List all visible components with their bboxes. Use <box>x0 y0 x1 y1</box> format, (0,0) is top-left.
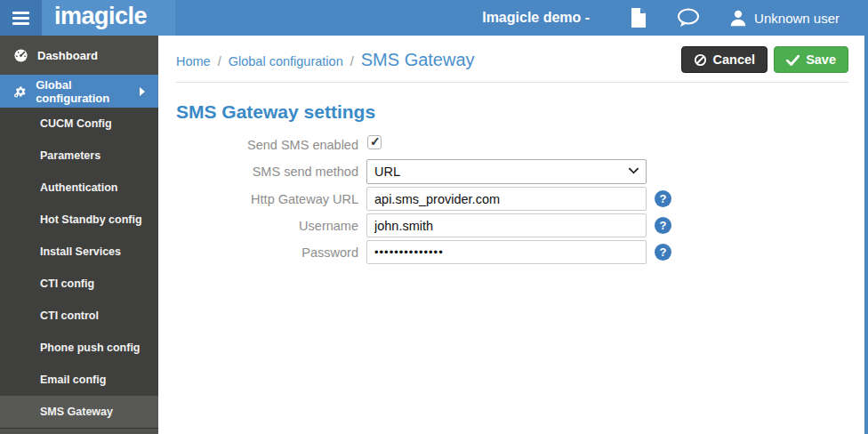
dashboard-icon <box>13 48 28 63</box>
sidebar-item-label: Parameters <box>40 149 100 162</box>
main-header: Home / Global configuration / SMS Gatewa… <box>176 36 848 76</box>
breadcrumb-separator: / <box>218 54 221 68</box>
sidebar: Dashboard Global configuration CUCM Conf… <box>0 36 158 434</box>
cancel-icon <box>694 53 707 67</box>
sidebar-next-item-edge <box>0 428 158 434</box>
save-button[interactable]: Save <box>774 46 848 73</box>
sidebar-item-label: Phone push config <box>40 342 141 354</box>
sidebar-item-label: SMS Gateway <box>40 406 113 418</box>
username-input[interactable] <box>366 213 647 237</box>
help-icon[interactable]: ? <box>655 244 671 261</box>
help-icon[interactable]: ? <box>655 217 671 234</box>
save-check-icon <box>786 54 800 66</box>
sidebar-item-label: Email config <box>40 374 106 386</box>
sidebar-item-cti-control[interactable]: CTI control <box>0 300 158 332</box>
page-title: SMS Gateway settings <box>176 101 848 123</box>
sidebar-item-label: CUCM Config <box>40 117 112 130</box>
sidebar-item-hot-standby-config[interactable]: Hot Standby config <box>0 204 158 236</box>
sidebar-item-label: Global configuration <box>36 78 131 105</box>
sms-send-method-select[interactable]: URL <box>366 159 647 184</box>
user-menu[interactable]: Unknown user <box>729 9 840 27</box>
cancel-button[interactable]: Cancel <box>681 46 768 73</box>
gears-icon <box>13 84 27 100</box>
username-label: Username <box>176 219 358 233</box>
password-input[interactable] <box>366 240 647 264</box>
topbar: imagicle Imagicle demo - Unknown user <box>0 0 868 36</box>
sidebar-item-global-configuration[interactable]: Global configuration <box>0 75 158 108</box>
password-label: Password <box>176 245 358 260</box>
sidebar-item-label: Authentication <box>40 181 118 194</box>
http-gateway-url-label: Http Gateway URL <box>176 192 358 206</box>
sms-send-method-cell: URL <box>366 159 647 184</box>
save-button-label: Save <box>806 52 836 67</box>
sidebar-item-label: Hot Standby config <box>40 213 142 226</box>
user-icon <box>729 9 747 27</box>
sidebar-item-label: CTI config <box>40 277 94 290</box>
chat-icon-svg <box>677 8 700 28</box>
document-icon[interactable] <box>630 7 647 28</box>
hamburger-icon <box>12 17 29 20</box>
environment-title: Imagicle demo - <box>482 10 590 26</box>
logo-text: imagicle <box>54 4 147 32</box>
hamburger-icon <box>12 22 29 25</box>
breadcrumb-global-configuration[interactable]: Global configuration <box>229 54 343 68</box>
sidebar-item-label: CTI control <box>40 309 99 322</box>
sidebar-item-phone-push-config[interactable]: Phone push config <box>0 332 158 364</box>
document-icon-svg <box>630 7 647 28</box>
header-buttons: Cancel Save <box>681 46 848 73</box>
imagicle-logo[interactable]: imagicle <box>42 0 175 36</box>
help-icon[interactable]: ? <box>655 190 671 207</box>
sidebar-item-label: Dashboard <box>37 49 98 62</box>
sidebar-item-sms-gateway[interactable]: SMS Gateway <box>0 396 158 428</box>
username-label: Unknown user <box>754 11 840 26</box>
sidebar-item-parameters[interactable]: Parameters <box>0 140 158 172</box>
sms-send-method-label: SMS send method <box>176 165 358 179</box>
send-sms-enabled-cell <box>366 133 647 152</box>
breadcrumb-current-sms-gateway: SMS Gateway <box>361 50 475 70</box>
sidebar-item-cti-config[interactable]: CTI config <box>0 268 158 300</box>
chat-icon[interactable] <box>677 8 700 28</box>
chevron-right-icon <box>140 87 145 96</box>
sidebar-item-install-services[interactable]: Install Services <box>0 236 158 268</box>
http-gateway-url-input[interactable] <box>366 187 647 211</box>
cancel-button-label: Cancel <box>713 52 756 67</box>
sms-gateway-form: Send SMS enabled SMS send method URL Htt… <box>176 133 848 264</box>
breadcrumb-home[interactable]: Home <box>176 54 211 68</box>
sidebar-item-cucm-config[interactable]: CUCM Config <box>0 108 158 140</box>
header-divider <box>176 82 848 83</box>
send-sms-enabled-checkbox[interactable] <box>367 135 382 149</box>
scrollbar[interactable] <box>864 0 868 434</box>
sidebar-item-label: Install Services <box>40 245 121 258</box>
sidebar-item-email-config[interactable]: Email config <box>0 364 158 396</box>
sidebar-item-authentication[interactable]: Authentication <box>0 172 158 204</box>
breadcrumb-separator: / <box>350 54 354 68</box>
breadcrumb: Home / Global configuration / SMS Gatewa… <box>176 50 475 70</box>
topbar-right: Imagicle demo - Unknown user <box>175 0 868 36</box>
hamburger-icon <box>12 12 29 14</box>
menu-toggle-button[interactable] <box>0 0 42 36</box>
sidebar-item-dashboard[interactable]: Dashboard <box>0 36 158 75</box>
main-content: Home / Global configuration / SMS Gatewa… <box>158 36 868 264</box>
send-sms-enabled-label: Send SMS enabled <box>176 138 358 152</box>
